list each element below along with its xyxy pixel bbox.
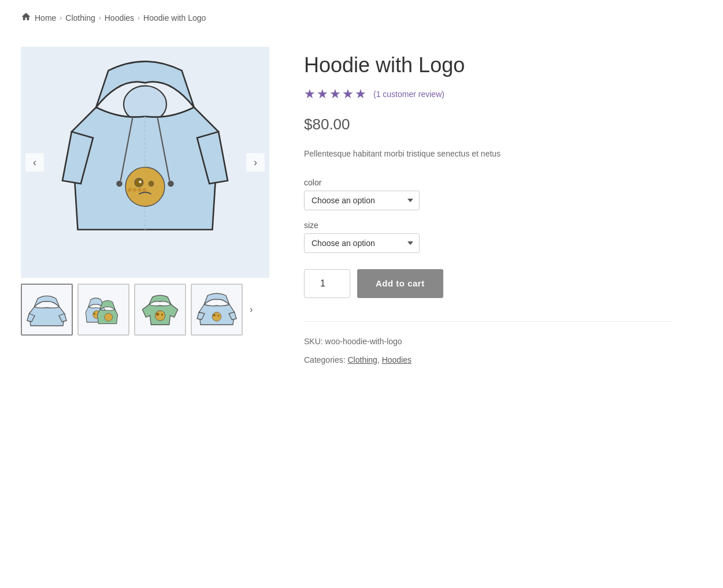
review-link[interactable]: (1 customer review): [373, 90, 444, 99]
size-label: size: [304, 221, 673, 230]
color-label: color: [304, 178, 673, 187]
svg-point-10: [128, 188, 131, 191]
gallery-prev-button[interactable]: ‹: [25, 153, 44, 172]
category-hoodies-link[interactable]: Hoodies: [382, 355, 411, 364]
categories-row: Categories: Clothing, Hoodies: [304, 352, 673, 368]
thumbnail-1[interactable]: [21, 284, 73, 336]
svg-point-4: [168, 181, 174, 187]
svg-point-22: [213, 314, 215, 316]
product-page: ‹: [0, 35, 694, 393]
thumbnail-strip: ›: [21, 284, 269, 336]
add-to-cart-button[interactable]: Add to cart: [357, 269, 443, 298]
thumbnail-3[interactable]: [134, 284, 186, 336]
svg-point-8: [139, 181, 141, 183]
breadcrumb-home[interactable]: Home: [35, 13, 56, 23]
star-rating: ★★★★★: [304, 87, 368, 102]
product-description: Pellentesque habitant morbi tristique se…: [304, 147, 673, 160]
thumbnail-2[interactable]: [77, 284, 129, 336]
breadcrumb-current: Hoodie with Logo: [143, 13, 206, 23]
svg-point-23: [217, 315, 219, 317]
product-title: Hoodie with Logo: [304, 53, 673, 77]
color-select[interactable]: Choose an option Blue Green Red: [304, 191, 420, 210]
svg-point-17: [105, 313, 113, 321]
color-variation-group: color Choose an option Blue Green Red: [304, 178, 673, 210]
product-gallery: ‹: [21, 47, 269, 370]
size-select[interactable]: Choose an option Small Medium Large XL: [304, 233, 420, 253]
breadcrumb-hoodies[interactable]: Hoodies: [105, 13, 134, 23]
cart-row: Add to cart: [304, 269, 673, 298]
categories-label: Categories:: [304, 355, 346, 364]
size-variation-group: size Choose an option Small Medium Large…: [304, 221, 673, 253]
svg-point-9: [149, 181, 153, 186]
hoodie-svg: [53, 58, 238, 266]
breadcrumb: Home › Clothing › Hoodies › Hoodie with …: [0, 0, 723, 35]
svg-point-21: [212, 312, 221, 321]
svg-point-18: [155, 311, 165, 321]
main-image: ‹: [21, 47, 269, 278]
product-meta: SKU: woo-hoodie-with-logo Categories: Cl…: [304, 321, 673, 368]
breadcrumb-sep-2: ›: [99, 14, 101, 22]
svg-point-12: [138, 188, 141, 191]
breadcrumb-sep-1: ›: [60, 14, 62, 22]
product-info: Hoodie with Logo ★★★★★ (1 customer revie…: [304, 47, 673, 370]
svg-point-3: [116, 181, 123, 187]
home-icon: [21, 12, 31, 24]
gallery-next-button[interactable]: ›: [246, 153, 265, 172]
sku-label: SKU:: [304, 337, 323, 346]
svg-point-6: [125, 167, 165, 206]
product-price: $80.00: [304, 116, 673, 133]
svg-point-11: [133, 188, 136, 191]
thumbnail-4[interactable]: [191, 284, 243, 336]
sku-row: SKU: woo-hoodie-with-logo: [304, 333, 673, 349]
breadcrumb-clothing[interactable]: Clothing: [65, 13, 95, 23]
svg-point-13: [143, 188, 146, 191]
svg-point-15: [94, 312, 96, 315]
breadcrumb-sep-3: ›: [138, 14, 140, 22]
rating-row: ★★★★★ (1 customer review): [304, 87, 673, 102]
quantity-input[interactable]: [304, 269, 350, 298]
sku-value: woo-hoodie-with-logo: [325, 337, 402, 346]
svg-point-7: [135, 178, 143, 187]
svg-point-20: [161, 314, 164, 316]
category-clothing-link[interactable]: Clothing: [347, 355, 377, 364]
thumbnail-next-button[interactable]: ›: [247, 302, 255, 317]
svg-point-19: [156, 312, 159, 315]
